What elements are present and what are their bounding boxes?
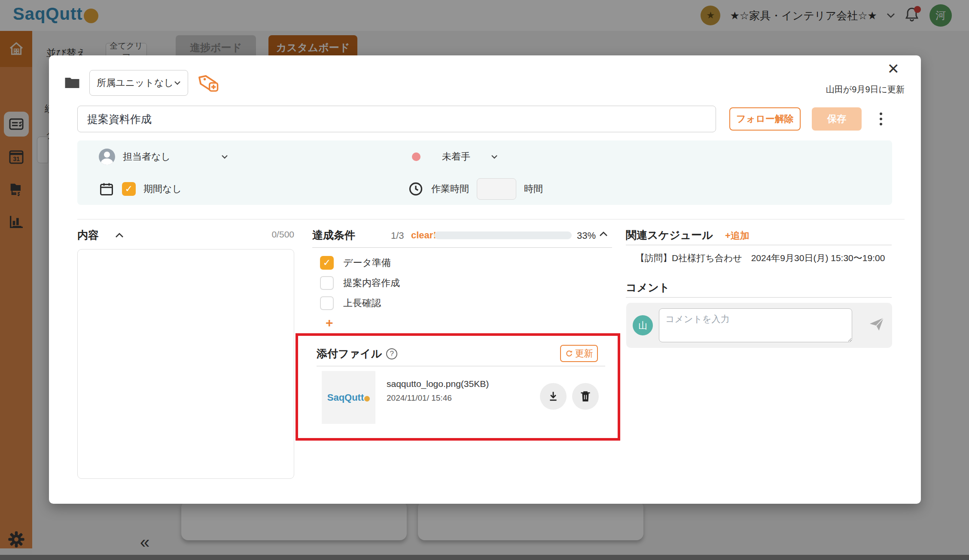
content-char-counter: 0/500: [77, 229, 294, 240]
save-button[interactable]: 保存: [812, 107, 862, 131]
no-period-checkbox[interactable]: ✓: [122, 182, 136, 196]
work-time-control: 作業時間 時間: [408, 173, 543, 205]
app-root: SaqQutt ★ ★☆家具・インテリア会社☆★ 河 31: [0, 0, 969, 560]
condition-label: 上長確認: [343, 297, 381, 310]
close-icon[interactable]: ✕: [887, 61, 900, 76]
condition-item[interactable]: 上長確認: [320, 296, 381, 310]
chevron-down-icon: [221, 155, 228, 159]
refresh-icon: [565, 350, 573, 357]
section-divider: [77, 219, 905, 219]
folder-icon: [64, 76, 80, 90]
assignee-select[interactable]: 担当者なし: [99, 140, 228, 173]
add-schedule-button[interactable]: +追加: [725, 229, 750, 242]
help-question-icon[interactable]: ?: [386, 348, 397, 359]
attachments-heading: 添付ファイル: [317, 347, 382, 361]
comments-divider: [626, 297, 892, 298]
conditions-clear-text: clear!: [411, 230, 436, 241]
condition-label: データ準備: [343, 256, 391, 269]
refresh-attachments-button[interactable]: 更新: [560, 345, 598, 362]
send-comment-button[interactable]: [869, 317, 884, 331]
comment-composer: 山: [626, 303, 892, 348]
attachment-thumbnail[interactable]: SaqQutt: [322, 371, 375, 424]
unit-select-value: 所属ユニットなし: [97, 76, 174, 89]
work-time-unit: 時間: [524, 183, 543, 195]
comment-input[interactable]: [659, 308, 852, 342]
assignee-label: 担当者なし: [123, 150, 171, 163]
trash-icon: [580, 390, 591, 402]
logo-dot-icon: [364, 396, 370, 402]
schedule-item[interactable]: 【訪問】D社様打ち合わせ 2024年9月30日(月) 15:30〜19:00: [636, 252, 892, 264]
send-plane-icon: [869, 317, 884, 331]
thumbnail-logo: SaqQutt: [327, 392, 370, 403]
task-title-input[interactable]: [77, 106, 716, 132]
collapse-chevron-up-icon[interactable]: [599, 231, 608, 237]
chevron-down-icon: [491, 155, 498, 159]
updated-note: 山田が9月9日に更新: [826, 84, 905, 95]
schedule-heading: 関連スケジュール: [626, 228, 713, 242]
period-control: ✓ 期間なし: [99, 173, 182, 205]
no-period-label: 期間なし: [143, 183, 182, 195]
conditions-progress-bar: [434, 231, 572, 239]
more-options-kebab-icon[interactable]: [875, 108, 887, 130]
task-meta-panel: 担当者なし 未着手 ✓ 期間なし 作業時間: [77, 140, 892, 205]
conditions-divider: [312, 247, 612, 248]
chevron-down-icon: [174, 81, 181, 85]
attachments-divider: [317, 366, 605, 366]
condition-label: 提案内容作成: [343, 277, 400, 289]
unfollow-button[interactable]: フォロー解除: [729, 107, 801, 131]
delete-attachment-button[interactable]: [572, 383, 599, 410]
conditions-percent: 33%: [577, 230, 596, 241]
content-textarea[interactable]: [77, 249, 294, 479]
attachment-file-name: saqqutto_logo.png(35KB): [387, 379, 489, 389]
schedule-divider: [626, 245, 892, 245]
comment-avatar: 山: [633, 315, 653, 335]
status-label: 未着手: [442, 150, 470, 163]
add-condition-button[interactable]: +: [326, 316, 333, 330]
assignee-avatar-icon: [99, 149, 115, 165]
condition-item[interactable]: ✓ データ準備: [320, 256, 391, 270]
work-time-label: 作業時間: [431, 183, 469, 195]
attachment-file-date: 2024/11/01/ 15:46: [387, 393, 452, 403]
condition-checkbox[interactable]: [320, 276, 334, 290]
work-time-input[interactable]: [477, 178, 516, 200]
condition-checkbox[interactable]: ✓: [320, 256, 334, 270]
download-attachment-button[interactable]: [540, 383, 567, 410]
conditions-heading: 達成条件: [312, 229, 355, 241]
add-tag-icon[interactable]: [198, 73, 220, 93]
clock-icon: [408, 181, 424, 197]
condition-checkbox[interactable]: [320, 296, 334, 310]
comments-heading: コメント: [626, 281, 670, 293]
task-detail-modal: ✕ 山田が9月9日に更新 所属ユニットなし フォロー解除 保存 担当者なし: [49, 55, 921, 504]
attachments-highlight-box: 添付ファイル ? 更新 SaqQutt saqqutto_logo.png(35…: [296, 333, 620, 441]
unit-select[interactable]: 所属ユニットなし: [89, 70, 188, 96]
status-select[interactable]: 未着手: [412, 140, 498, 173]
download-icon: [547, 390, 559, 402]
condition-item[interactable]: 提案内容作成: [320, 276, 400, 290]
status-dot-icon: [412, 152, 421, 161]
calendar-icon[interactable]: [99, 181, 114, 197]
conditions-fraction: 1/3: [391, 230, 404, 241]
